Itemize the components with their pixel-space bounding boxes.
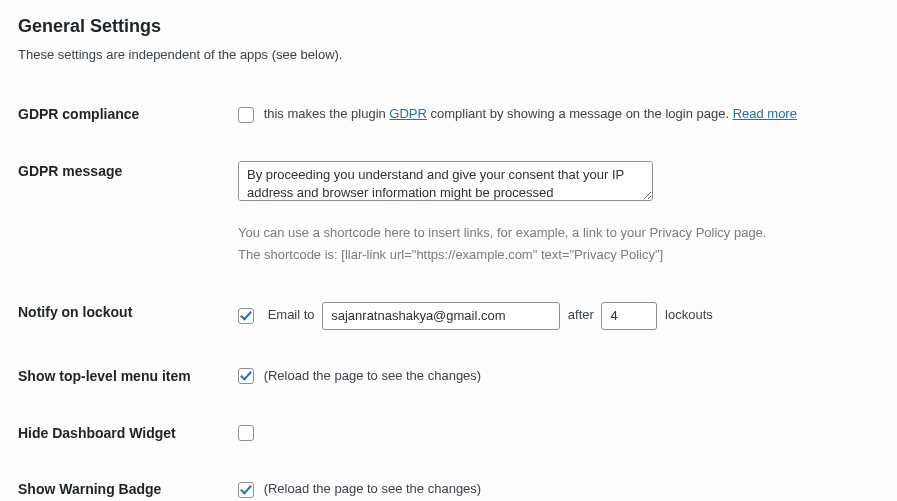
gdpr-compliance-field: this makes the plugin GDPR compliant by … — [238, 106, 797, 121]
gdpr-text-mid: compliant by showing a message on the lo… — [427, 106, 733, 121]
label-notify-lockout: Notify on lockout — [18, 284, 238, 348]
label-hide-widget: Hide Dashboard Widget — [18, 405, 238, 462]
row-hide-widget: Hide Dashboard Widget — [18, 405, 879, 462]
gdpr-message-hint: You can use a shortcode here to insert l… — [238, 222, 879, 266]
hide-widget-checkbox[interactable] — [238, 425, 254, 441]
gdpr-message-textarea[interactable] — [238, 161, 653, 201]
label-top-menu: Show top-level menu item — [18, 348, 238, 405]
notify-email-input[interactable] — [322, 302, 560, 330]
warning-badge-note: (Reload the page to see the changes) — [264, 481, 482, 496]
row-top-menu: Show top-level menu item (Reload the pag… — [18, 348, 879, 405]
warning-badge-checkbox[interactable] — [238, 482, 254, 498]
gdpr-hint-line1: You can use a shortcode here to insert l… — [238, 222, 879, 244]
gdpr-compliance-checkbox[interactable] — [238, 107, 254, 123]
read-more-link[interactable]: Read more — [733, 106, 797, 121]
lockout-count-input[interactable] — [601, 302, 657, 330]
row-gdpr-message: GDPR message You can use a shortcode her… — [18, 143, 879, 284]
gdpr-hint-line2: The shortcode is: [llar-link url="https:… — [238, 244, 879, 266]
email-to-label: Email to — [268, 307, 315, 322]
page-subtitle: These settings are independent of the ap… — [18, 47, 879, 62]
label-gdpr-message: GDPR message — [18, 143, 238, 284]
notify-checkbox[interactable] — [238, 308, 254, 324]
row-notify-lockout: Notify on lockout Email to after lockout… — [18, 284, 879, 348]
row-gdpr-compliance: GDPR compliance this makes the plugin GD… — [18, 86, 879, 143]
top-menu-checkbox[interactable] — [238, 368, 254, 384]
lockouts-label: lockouts — [665, 307, 713, 322]
top-menu-note: (Reload the page to see the changes) — [264, 368, 482, 383]
settings-table: GDPR compliance this makes the plugin GD… — [18, 86, 879, 501]
row-warning-badge: Show Warning Badge (Reload the page to s… — [18, 461, 879, 501]
label-warning-badge: Show Warning Badge — [18, 461, 238, 501]
after-label: after — [568, 307, 594, 322]
gdpr-link[interactable]: GDPR — [389, 106, 427, 121]
label-gdpr-compliance: GDPR compliance — [18, 86, 238, 143]
page-title: General Settings — [18, 16, 879, 37]
gdpr-text-before: this makes the plugin — [264, 106, 390, 121]
